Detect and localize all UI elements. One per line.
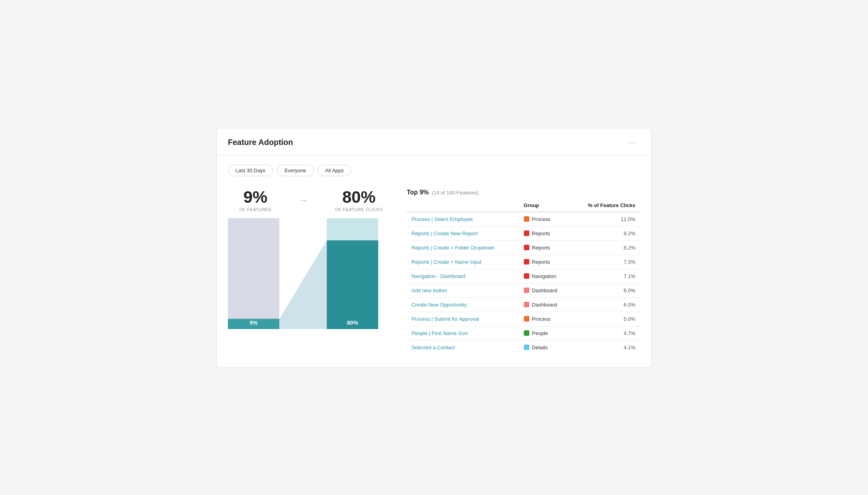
group-dot <box>524 245 529 250</box>
clicks-value: 9.2% <box>571 226 640 240</box>
table-row: Navigation - DashboardNavigation7.1% <box>407 269 640 283</box>
table-row: Process | Select EmployeeProcess11.0% <box>407 212 640 227</box>
bar-left: 9% <box>228 218 279 329</box>
group-dot <box>524 345 529 350</box>
group-label: Dashboard <box>532 302 557 308</box>
group-dot <box>524 216 529 222</box>
group-dot <box>524 259 529 265</box>
bar-right-label: 80% <box>327 320 378 326</box>
table-subtitle: (14 of 160 Features) <box>432 190 479 196</box>
arrow-icon: → <box>299 195 308 206</box>
group-label: Process <box>532 216 551 222</box>
feature-link[interactable]: Add new button <box>411 287 447 293</box>
clicks-value: 8.2% <box>571 240 640 255</box>
group-dot <box>524 273 529 279</box>
table-section: Top 9% (14 of 160 Features) Group % of F… <box>407 189 640 354</box>
group-dot <box>524 287 529 293</box>
clicks-value: 4.1% <box>571 340 640 354</box>
feature-link[interactable]: Reports | Create > Folder Dropdown <box>411 245 495 251</box>
filters-bar: Last 30 DaysEveryoneAll Apps <box>228 165 640 176</box>
group-dot <box>524 316 529 322</box>
table-row: People | First Name SortPeople4.7% <box>407 326 640 340</box>
clicks-value: 6.0% <box>571 297 640 312</box>
bar-left-label: 9% <box>228 320 279 326</box>
filter-allapps[interactable]: All Apps <box>318 165 351 176</box>
clicks-percent: 80% <box>335 189 383 206</box>
filter-last30[interactable]: Last 30 Days <box>228 165 273 176</box>
col-group: Group <box>519 199 571 212</box>
more-options-button[interactable]: ··· <box>625 136 640 148</box>
filter-everyone[interactable]: Everyone <box>277 165 314 176</box>
clicks-value: 11.0% <box>571 212 640 227</box>
feature-link[interactable]: Reports | Create New Report <box>411 230 478 236</box>
card-body: Last 30 DaysEveryoneAll Apps 9% OF FEATU… <box>217 155 651 367</box>
funnel-connector <box>279 218 327 329</box>
table-body: Process | Select EmployeeProcess11.0%Rep… <box>407 212 640 354</box>
table-title-row: Top 9% (14 of 160 Features) <box>407 189 640 196</box>
clicks-label: OF FEATURE CLICKS <box>335 207 383 212</box>
col-clicks: % of Feature Clicks <box>571 199 640 212</box>
clicks-value: 5.0% <box>571 312 640 326</box>
table-row: Selected a ContactDetails4.1% <box>407 340 640 354</box>
feature-link[interactable]: Reports | Create > Name Input <box>411 259 481 265</box>
bar-right-fill <box>327 240 378 329</box>
features-label: OF FEATURES <box>239 207 272 212</box>
clicks-value: 7.3% <box>571 255 640 269</box>
clicks-value: 7.1% <box>571 269 640 283</box>
card-header: Feature Adoption ··· <box>217 128 651 155</box>
group-label: People <box>532 330 548 336</box>
feature-link[interactable]: Create New Opportunity <box>411 302 466 308</box>
group-label: Navigation <box>532 273 556 279</box>
feature-link[interactable]: People | First Name Sort <box>411 330 468 336</box>
chart-section: 9% OF FEATURES → 80% OF FEATURE CLICKS 9… <box>228 189 394 329</box>
stat-features: 9% OF FEATURES <box>239 189 272 212</box>
group-dot <box>524 330 529 336</box>
clicks-value: 4.7% <box>571 326 640 340</box>
feature-link[interactable]: Navigation - Dashboard <box>411 273 466 279</box>
group-label: Reports <box>532 245 550 251</box>
feature-link[interactable]: Process | Submit for Approval <box>411 316 479 322</box>
clicks-value: 6.0% <box>571 283 640 297</box>
group-dot <box>524 302 529 307</box>
feature-link[interactable]: Process | Select Employee <box>411 216 473 222</box>
page-title: Feature Adoption <box>228 138 293 147</box>
table-row: Reports | Create > Name InputReports7.3% <box>407 255 640 269</box>
group-label: Reports <box>532 230 550 236</box>
group-label: Dashboard <box>532 287 557 293</box>
group-label: Reports <box>532 259 550 265</box>
funnel-chart: 9% <box>228 218 394 329</box>
table-row: Reports | Create New ReportReports9.2% <box>407 226 640 240</box>
feature-link[interactable]: Selected a Contact <box>411 345 455 350</box>
table-top-label: Top 9% <box>407 189 429 196</box>
table-row: Add new buttonDashboard6.0% <box>407 283 640 297</box>
group-dot <box>524 230 529 236</box>
funnel-svg <box>279 218 327 329</box>
group-label: Details <box>532 345 548 350</box>
main-content: 9% OF FEATURES → 80% OF FEATURE CLICKS 9… <box>228 189 640 354</box>
stats-row: 9% OF FEATURES → 80% OF FEATURE CLICKS <box>228 189 394 212</box>
table-row: Process | Submit for ApprovalProcess5.0% <box>407 312 640 326</box>
table-row: Create New OpportunityDashboard6.0% <box>407 297 640 312</box>
features-percent: 9% <box>239 189 272 206</box>
table-header-row: Group % of Feature Clicks <box>407 199 640 212</box>
bar-right: 80% <box>327 218 378 329</box>
svg-marker-0 <box>279 240 327 329</box>
col-feature <box>407 199 519 212</box>
group-label: Process <box>532 316 551 322</box>
features-table: Group % of Feature Clicks Process | Sele… <box>407 199 640 354</box>
table-row: Reports | Create > Folder DropdownReport… <box>407 240 640 255</box>
stat-clicks: 80% OF FEATURE CLICKS <box>335 189 383 212</box>
feature-adoption-card: Feature Adoption ··· Last 30 DaysEveryon… <box>216 128 652 367</box>
